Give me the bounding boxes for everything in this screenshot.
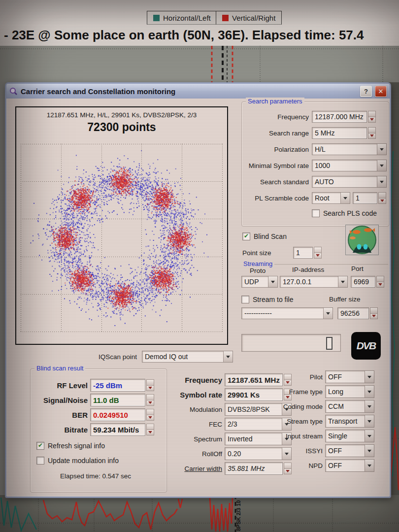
- bitrate-spinner[interactable]: [146, 424, 154, 435]
- arrow-down-icon: [380, 200, 384, 202]
- pl-scramble-code-spinner[interactable]: [378, 192, 386, 204]
- minimal-symbol-rate-select[interactable]: 1000: [312, 160, 387, 171]
- arrow-down-icon: [316, 254, 320, 257]
- minimal-symbol-rate-label: Minimal Symbol rate: [244, 162, 309, 169]
- vertical-right-swatch-icon: [222, 15, 229, 21]
- chevron-down-icon: [367, 405, 371, 408]
- close-button[interactable]: ✕: [375, 86, 387, 97]
- pl-scramble-root-select[interactable]: Root: [312, 192, 350, 204]
- ber-spinner[interactable]: [146, 409, 154, 421]
- update-modulation-info-checkbox[interactable]: [36, 457, 44, 465]
- dialog-titlebar[interactable]: Carrier search and Constellation monitor…: [6, 84, 390, 99]
- point-size-spinner[interactable]: [314, 247, 322, 259]
- proto-value: UDP: [242, 276, 268, 287]
- port-spinner[interactable]: [376, 276, 384, 288]
- stream-type-select[interactable]: Transport: [325, 415, 374, 428]
- stream-file-dropdown-button[interactable]: [323, 308, 332, 319]
- pilot-dropdown-button[interactable]: [365, 371, 374, 383]
- frame-type-dropdown-button[interactable]: [365, 386, 374, 398]
- search-standard-label: Search standard: [244, 178, 309, 186]
- search-range-field[interactable]: 5 MHz: [312, 127, 367, 139]
- pl-scramble-code-field[interactable]: 1: [353, 192, 377, 204]
- bitrate-field[interactable]: 59.234 Mbit/s: [90, 423, 145, 436]
- issyi-dropdown-button[interactable]: [365, 445, 374, 457]
- frequency-spinner[interactable]: [368, 111, 376, 123]
- legend-vertical-right[interactable]: Vertical/Right: [216, 11, 282, 25]
- search-parameters-group: Search parameters Frequency 12187.000 MH…: [241, 101, 389, 227]
- arrow-down-icon: [148, 401, 152, 404]
- help-button[interactable]: ?: [360, 86, 372, 97]
- chevron-down-icon: [367, 376, 371, 378]
- proto-dropdown-button[interactable]: [268, 276, 277, 287]
- search-pls-code-label: Search PLS code: [323, 209, 377, 217]
- search-standard-dropdown-button[interactable]: [377, 176, 386, 187]
- iqscan-point-select[interactable]: Demod IQ out: [142, 351, 233, 363]
- signal-noise-spinner[interactable]: [146, 394, 154, 406]
- stream-file-select[interactable]: ------------: [241, 307, 333, 319]
- blind-scan-checkbox[interactable]: [242, 233, 250, 240]
- input-stream-dropdown-button[interactable]: [365, 430, 374, 442]
- stream-file-value: ------------: [242, 308, 323, 319]
- search-standard-select[interactable]: AUTO: [312, 176, 387, 188]
- legend-label: Vertical/Right: [232, 14, 275, 22]
- frequency-field[interactable]: 12187.000 MHz: [312, 111, 367, 123]
- input-stream-value: Single: [326, 430, 365, 442]
- rf-level-spinner[interactable]: [146, 379, 154, 391]
- search-range-spinner[interactable]: [368, 127, 376, 139]
- spectrum-label: Spectrum: [164, 435, 222, 443]
- signal-noise-field[interactable]: 11.0 dB: [90, 394, 145, 406]
- frame-type-label: Frame type: [267, 388, 323, 396]
- arrow-down-icon: [148, 416, 152, 419]
- streaming-title: Streaming: [241, 260, 274, 267]
- search-pls-code-checkbox[interactable]: [312, 209, 320, 217]
- chevron-down-icon: [380, 181, 384, 183]
- chevron-down-icon: [326, 312, 330, 315]
- input-stream-select[interactable]: Single: [325, 430, 374, 442]
- iqscan-dropdown-button[interactable]: [223, 351, 233, 362]
- buffer-size-field[interactable]: 96256: [337, 307, 369, 319]
- pilot-value: OFF: [326, 371, 365, 383]
- stream-to-file-checkbox[interactable]: [241, 296, 249, 303]
- refresh-signal-info-checkbox[interactable]: [36, 442, 44, 450]
- minimal-symbol-rate-dropdown-button[interactable]: [377, 160, 386, 171]
- proto-select[interactable]: UDP: [241, 276, 278, 288]
- stream-type-dropdown-button[interactable]: [365, 415, 374, 427]
- npd-dropdown-button[interactable]: [365, 460, 374, 471]
- chevron-down-icon: [341, 281, 345, 283]
- ber-field[interactable]: 0.0249510: [90, 408, 145, 421]
- point-size-label: Point size: [242, 249, 289, 257]
- tune-frequency-label: Frequency: [164, 376, 222, 384]
- polarization-select[interactable]: H/L: [312, 143, 387, 155]
- coding-mode-select[interactable]: CCM: [325, 400, 374, 413]
- rolloff-label: RollOff: [164, 450, 222, 458]
- ip-address-select[interactable]: 127.0.0.1: [280, 276, 348, 288]
- rf-level-field[interactable]: -25 dBm: [90, 379, 145, 392]
- plot-carrier-header: 12187.651 MHz, H/L, 29901 Ks, DVBS2/8PSK…: [16, 111, 227, 119]
- aquarium-graphic: [346, 225, 378, 255]
- frequency-label: Frequency: [244, 113, 309, 121]
- ip-address-dropdown-button[interactable]: [338, 276, 347, 287]
- legend-horizontal-left[interactable]: Horizontal/Left: [147, 11, 217, 25]
- elapsed-time-text: Elapsed time: 0.547 sec: [60, 472, 131, 480]
- pl-scramble-dropdown-button[interactable]: [340, 193, 350, 203]
- coding-mode-dropdown-button[interactable]: [365, 400, 374, 412]
- search-standard-value: AUTO: [312, 176, 377, 187]
- port-field[interactable]: 6969: [351, 276, 375, 288]
- polarization-label: Polarization: [244, 146, 309, 153]
- frame-type-select[interactable]: Long: [325, 385, 374, 398]
- chevron-down-icon: [380, 165, 384, 167]
- chevron-down-icon: [380, 148, 384, 151]
- pilot-select[interactable]: OFF: [325, 370, 374, 383]
- polarization-dropdown-button[interactable]: [377, 144, 386, 155]
- spectrum-strip-bottom: [0, 495, 399, 532]
- arrow-down-icon: [378, 283, 382, 286]
- refresh-signal-info-label: Refresh signal info: [48, 442, 105, 450]
- issyi-value: OFF: [326, 445, 365, 457]
- buffer-size-spinner[interactable]: [370, 307, 378, 319]
- point-size-field[interactable]: 1: [293, 247, 313, 259]
- issyi-select[interactable]: OFF: [325, 444, 374, 457]
- spectrum-traces: [0, 495, 399, 532]
- npd-select[interactable]: OFF: [325, 459, 374, 472]
- stream-type-value: Transport: [326, 415, 365, 427]
- blind-scan-result-title: Blind scan result: [34, 365, 85, 372]
